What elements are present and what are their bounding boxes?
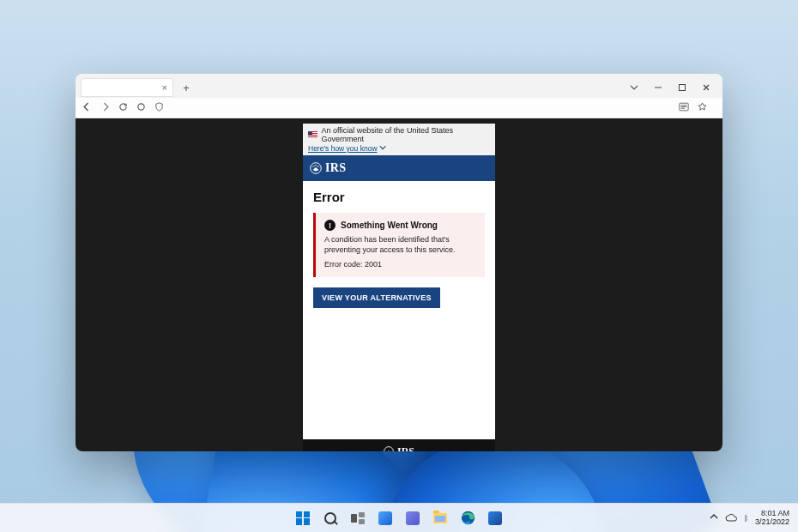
taskbar-apps [292, 507, 506, 529]
taskbar-search-button[interactable] [319, 507, 342, 529]
page-body: Error ! Something Went Wrong A condition… [303, 181, 495, 318]
error-code: Error code: 2001 [324, 260, 476, 269]
widgets-button[interactable] [374, 507, 396, 529]
irs-page: An official website of the United States… [303, 124, 495, 451]
irs-footer: IRS [303, 439, 495, 451]
svg-rect-9 [351, 514, 357, 523]
home-button[interactable] [136, 102, 146, 113]
browser-tabstrip: × + [76, 74, 722, 98]
page-title: Error [313, 190, 485, 204]
view-alternatives-button[interactable]: VIEW YOUR ALTERNATIVES [313, 287, 440, 308]
shield-icon[interactable] [154, 102, 164, 113]
new-tab-button[interactable]: + [178, 82, 194, 94]
how-you-know-label: Here's how you know [308, 144, 378, 153]
browser-toolbar [76, 98, 722, 118]
irs-eagle-icon [310, 162, 322, 174]
gov-banner-text: An official website of the United States… [321, 126, 490, 143]
minimize-button[interactable] [647, 78, 669, 97]
tray-chevron-icon[interactable] [710, 513, 718, 523]
error-icon: ! [324, 220, 336, 231]
start-button[interactable] [292, 507, 314, 529]
svg-rect-11 [359, 519, 365, 524]
chevron-down-icon [379, 144, 386, 153]
system-tray: ᛒ 8:01 AM 3/21/2022 [710, 510, 798, 526]
svg-point-8 [384, 447, 394, 451]
window-chevron-icon[interactable] [623, 78, 645, 97]
us-flag-icon [308, 131, 317, 138]
irs-logo-text: IRS [325, 161, 346, 175]
close-tab-icon[interactable]: × [162, 82, 167, 93]
alert-title: Something Went Wrong [341, 221, 438, 230]
irs-eagle-icon [384, 446, 394, 451]
browser-tab[interactable]: × [81, 78, 173, 97]
back-button[interactable] [82, 102, 92, 113]
close-window-button[interactable] [695, 78, 717, 97]
browser-viewport: An official website of the United States… [76, 118, 722, 451]
forward-button[interactable] [100, 102, 110, 113]
edge-button[interactable] [456, 507, 479, 529]
browser-window: × + [76, 74, 722, 451]
alert-message: A condition has been identified that's p… [324, 234, 476, 255]
svg-point-2 [138, 104, 144, 110]
irs-footer-text: IRS [397, 445, 414, 452]
gov-banner: An official website of the United States… [303, 124, 495, 155]
onedrive-icon[interactable] [725, 513, 737, 523]
reader-icon[interactable] [679, 102, 689, 113]
how-you-know-link[interactable]: Here's how you know [308, 144, 386, 153]
refresh-button[interactable] [118, 102, 128, 113]
language-indicator[interactable]: ᛒ [744, 514, 748, 523]
taskbar-clock[interactable]: 8:01 AM 3/21/2022 [755, 510, 789, 526]
maximize-button[interactable] [671, 78, 693, 97]
taskbar: ᛒ 8:01 AM 3/21/2022 [0, 503, 798, 532]
error-alert: ! Something Went Wrong A condition has b… [313, 213, 485, 277]
window-controls [623, 78, 717, 97]
task-view-button[interactable] [347, 507, 369, 529]
svg-rect-10 [359, 512, 365, 517]
store-button[interactable] [484, 507, 506, 529]
irs-header: IRS [303, 155, 495, 181]
clock-date: 3/21/2022 [755, 518, 789, 526]
chat-button[interactable] [402, 507, 424, 529]
file-explorer-button[interactable] [429, 507, 451, 529]
bookmark-star-icon[interactable] [698, 102, 707, 113]
svg-rect-1 [680, 85, 686, 91]
